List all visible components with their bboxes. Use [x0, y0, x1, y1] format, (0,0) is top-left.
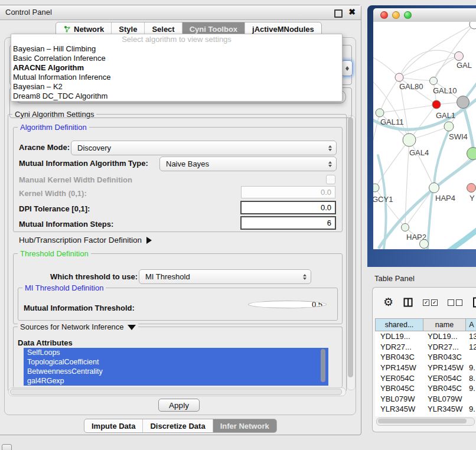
- table-row[interactable]: YLR345WYLR345W9.: [375, 404, 476, 415]
- algorithm-option[interactable]: Mutual Information Inference: [11, 73, 342, 82]
- table-row[interactable]: YBL079WYBL079W: [375, 394, 476, 405]
- scrollbar-thumb[interactable]: [10, 389, 342, 395]
- which-threshold-select[interactable]: MI Threshold: [139, 269, 311, 284]
- control-panel-titlebar: Control Panel ✖: [0, 5, 361, 20]
- algorithm-option[interactable]: Bayesian – K2: [11, 82, 342, 92]
- algorithm-option[interactable]: Bayesian – Hill Climbing: [11, 44, 342, 54]
- float-icon[interactable]: [334, 9, 343, 18]
- list-scrollbar-thumb[interactable]: [321, 349, 325, 382]
- zoom-traffic-light[interactable]: [404, 11, 412, 19]
- mi-steps-field[interactable]: [240, 216, 336, 230]
- network-node[interactable]: [376, 109, 384, 117]
- table-row[interactable]: YBR045CYBR045C9.: [375, 383, 476, 394]
- manual-kernel-width-checkbox[interactable]: [326, 175, 335, 184]
- table-row[interactable]: YIL052CYIL052C9: [375, 415, 476, 416]
- algorithm-combobox-button[interactable]: [341, 60, 353, 76]
- select-all-columns-icon[interactable]: ✓✓: [423, 299, 438, 306]
- network-node[interactable]: [395, 73, 403, 81]
- network-graph: GALGAL80GAL10GAL1GAL11SWI4GAL4GCY1HAP4YH…: [373, 22, 476, 249]
- table-header-row: shared... name A: [375, 318, 476, 331]
- close-icon[interactable]: ✖: [348, 7, 356, 17]
- column-header-shared-name[interactable]: shared...: [375, 318, 423, 331]
- mi-steps-label: Mutual Information Steps:: [19, 220, 113, 229]
- attribute-item[interactable]: BetweennessCentrality: [24, 367, 328, 376]
- network-node-label: SWI4: [449, 132, 468, 141]
- kernel-width-field[interactable]: [241, 186, 335, 198]
- network-node[interactable]: [457, 96, 470, 109]
- attribute-item[interactable]: TopologicalCoefficient: [24, 357, 328, 367]
- group-title: Threshold Definition: [18, 249, 91, 258]
- mi-threshold-field[interactable]: [248, 301, 327, 308]
- table-row[interactable]: YBR043CYBR043C: [375, 352, 476, 363]
- settings-vertical-scrollbar[interactable]: [347, 115, 356, 390]
- gear-icon[interactable]: ⚙: [383, 296, 393, 308]
- network-node-label: GAL10: [433, 86, 457, 95]
- network-node[interactable]: [444, 122, 454, 131]
- network-node[interactable]: [430, 77, 438, 85]
- network-node[interactable]: [455, 52, 464, 61]
- algorithm-dropdown-popup: Select algorithm to view settings Bayesi…: [11, 34, 343, 102]
- network-node[interactable]: [467, 184, 476, 193]
- tab-infer-network[interactable]: Infer Network: [213, 419, 276, 432]
- network-node[interactable]: [467, 148, 476, 160]
- control-panel-title: Control Panel: [5, 8, 52, 17]
- mi-algorithm-type-label: Mutual Information Algorithm Type:: [19, 159, 148, 168]
- network-node-label: GAL: [457, 61, 472, 70]
- network-node[interactable]: [373, 184, 379, 192]
- network-node-label: GAL1: [436, 111, 455, 120]
- split-columns-icon[interactable]: [403, 298, 413, 307]
- network-node[interactable]: [403, 133, 416, 146]
- tab-discretize-data[interactable]: Discretize Data: [143, 419, 213, 432]
- close-traffic-light[interactable]: [380, 11, 388, 19]
- table-panel-title: Table Panel: [374, 274, 415, 283]
- table-row[interactable]: YDR27...YDR27...12: [375, 342, 476, 353]
- aracne-mode-select[interactable]: Discovery: [71, 141, 337, 155]
- attribute-item[interactable]: gal4RGexp: [24, 376, 328, 386]
- expanded-arrow-icon: [128, 325, 136, 330]
- network-window-titlebar[interactable]: [373, 8, 476, 22]
- network-node-label: GCY1: [373, 195, 393, 204]
- column-header-name[interactable]: name: [423, 318, 466, 331]
- deselect-all-columns-icon[interactable]: [448, 299, 462, 306]
- table-row[interactable]: YDL19...YDL19...13: [375, 331, 476, 342]
- minimize-traffic-light[interactable]: [392, 11, 400, 19]
- network-node[interactable]: [429, 183, 439, 193]
- network-node[interactable]: [420, 240, 429, 249]
- dpi-tolerance-field[interactable]: [240, 201, 336, 214]
- network-icon: [63, 25, 71, 33]
- column-header-clipped[interactable]: A: [466, 318, 476, 331]
- algorithm-option[interactable]: Dream8 DC_TDC Algorithm: [11, 92, 342, 101]
- table-panel: ⚙ ✓✓ shared... name A YDL19...YDL19...13…: [372, 287, 476, 432]
- mi-threshold-label: Mutual Information Threshold:: [24, 304, 135, 312]
- network-node[interactable]: [402, 224, 409, 231]
- network-canvas[interactable]: GALGAL80GAL10GAL1GAL11SWI4GAL4GCY1HAP4YH…: [373, 22, 476, 249]
- tab-impute-data[interactable]: Impute Data: [84, 419, 143, 432]
- algorithm-dropdown-prompt: Select algorithm to view settings: [11, 34, 342, 44]
- updown-arrows-icon: [303, 274, 307, 280]
- network-node[interactable]: [432, 100, 441, 109]
- tab-label: Network: [74, 25, 104, 34]
- table-horizontal-scrollbar[interactable]: [376, 418, 475, 426]
- apply-button[interactable]: Apply: [158, 399, 200, 412]
- settings-horizontal-scrollbar[interactable]: [8, 387, 346, 396]
- network-node-label: HAP4: [435, 194, 455, 203]
- algorithm-option[interactable]: ARACNE Algorithm: [11, 63, 342, 73]
- data-attributes-list[interactable]: SelfLoopsTopologicalCoefficientBetweenne…: [24, 348, 328, 386]
- data-attributes-label: Data Attributes: [18, 338, 73, 347]
- attribute-item[interactable]: SelfLoops: [24, 348, 328, 357]
- new-column-icon[interactable]: [472, 297, 476, 308]
- algorithm-option[interactable]: Basic Correlation Inference: [11, 54, 342, 63]
- table-row[interactable]: YER054CYER054C8.: [375, 373, 476, 383]
- chevron-down-icon: [345, 69, 349, 71]
- minimized-panel-icon[interactable]: [2, 444, 12, 450]
- table-row[interactable]: YPR145WYPR145W9.: [375, 363, 476, 373]
- mi-algorithm-type-select[interactable]: Naive Bayes: [159, 156, 337, 171]
- collapsed-arrow-icon: [146, 237, 152, 244]
- dpi-tolerance-label: DPI Tolerance [0,1]:: [19, 204, 90, 213]
- cyni-bottom-tabs: Impute Data Discretize Data Infer Networ…: [84, 419, 277, 433]
- updown-arrows-icon: [328, 145, 332, 151]
- scrollbar-thumb[interactable]: [348, 118, 353, 377]
- which-threshold-label: Which threshold to use:: [50, 272, 138, 281]
- hub-definition-toggle[interactable]: Hub/Transcription Factor Definition: [19, 236, 152, 244]
- scrollbar-thumb[interactable]: [378, 419, 467, 423]
